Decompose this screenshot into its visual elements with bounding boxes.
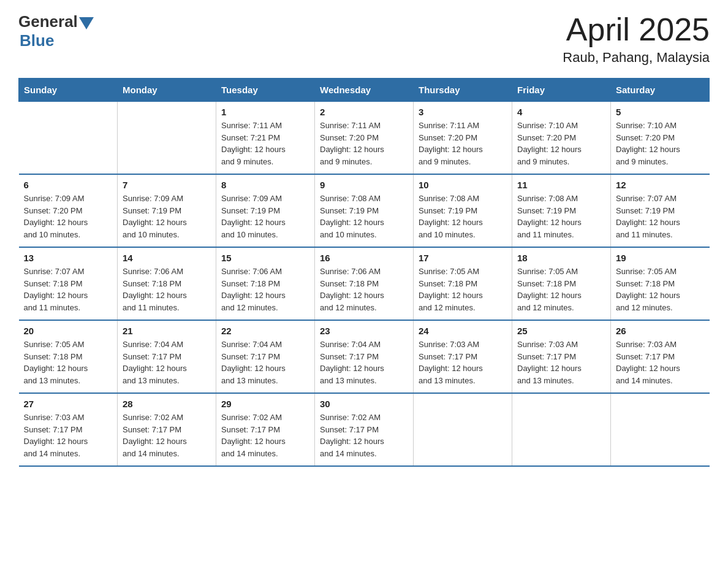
day-number: 4 xyxy=(517,107,605,117)
calendar-cell: 17Sunrise: 7:05 AMSunset: 7:18 PMDayligh… xyxy=(414,247,512,320)
day-number: 16 xyxy=(320,253,408,263)
day-number: 12 xyxy=(616,180,705,190)
day-number: 28 xyxy=(123,399,211,409)
day-number: 15 xyxy=(221,253,309,263)
day-info: Sunrise: 7:08 AMSunset: 7:19 PMDaylight:… xyxy=(320,193,408,240)
day-info: Sunrise: 7:05 AMSunset: 7:18 PMDaylight:… xyxy=(24,339,113,386)
calendar-cell: 9Sunrise: 7:08 AMSunset: 7:19 PMDaylight… xyxy=(315,174,414,247)
day-info: Sunrise: 7:08 AMSunset: 7:19 PMDaylight:… xyxy=(419,193,507,240)
calendar-week-row: 27Sunrise: 7:03 AMSunset: 7:17 PMDayligh… xyxy=(19,393,710,466)
day-number: 21 xyxy=(123,326,211,336)
day-info: Sunrise: 7:11 AMSunset: 7:20 PMDaylight:… xyxy=(419,120,507,167)
day-number: 1 xyxy=(221,107,309,117)
calendar-week-row: 6Sunrise: 7:09 AMSunset: 7:20 PMDaylight… xyxy=(19,174,710,247)
day-info: Sunrise: 7:02 AMSunset: 7:17 PMDaylight:… xyxy=(221,412,309,459)
day-number: 14 xyxy=(123,253,211,263)
header-friday: Friday xyxy=(512,79,611,102)
header-saturday: Saturday xyxy=(611,79,710,102)
calendar-week-row: 1Sunrise: 7:11 AMSunset: 7:21 PMDaylight… xyxy=(19,102,710,175)
day-number: 3 xyxy=(419,107,507,117)
day-number: 20 xyxy=(24,326,113,336)
calendar-cell: 2Sunrise: 7:11 AMSunset: 7:20 PMDaylight… xyxy=(315,102,414,175)
logo-blue-text: Blue xyxy=(20,31,54,50)
day-number: 13 xyxy=(24,253,113,263)
day-info: Sunrise: 7:03 AMSunset: 7:17 PMDaylight:… xyxy=(616,339,705,386)
calendar-header: Sunday Monday Tuesday Wednesday Thursday… xyxy=(19,79,710,102)
day-number: 10 xyxy=(419,180,507,190)
calendar-cell xyxy=(118,102,216,175)
logo-general-text: General xyxy=(18,12,78,31)
calendar-cell: 14Sunrise: 7:06 AMSunset: 7:18 PMDayligh… xyxy=(118,247,216,320)
day-info: Sunrise: 7:04 AMSunset: 7:17 PMDaylight:… xyxy=(123,339,211,386)
calendar-cell: 10Sunrise: 7:08 AMSunset: 7:19 PMDayligh… xyxy=(414,174,512,247)
day-number: 23 xyxy=(320,326,408,336)
day-info: Sunrise: 7:07 AMSunset: 7:18 PMDaylight:… xyxy=(24,266,113,313)
day-number: 30 xyxy=(320,399,408,409)
day-info: Sunrise: 7:02 AMSunset: 7:17 PMDaylight:… xyxy=(123,412,211,459)
page-header: General Blue April 2025 Raub, Pahang, Ma… xyxy=(18,12,710,66)
calendar-cell: 16Sunrise: 7:06 AMSunset: 7:18 PMDayligh… xyxy=(315,247,414,320)
day-number: 17 xyxy=(419,253,507,263)
day-info: Sunrise: 7:08 AMSunset: 7:19 PMDaylight:… xyxy=(517,193,605,240)
calendar-cell: 5Sunrise: 7:10 AMSunset: 7:20 PMDaylight… xyxy=(611,102,710,175)
logo: General Blue xyxy=(18,12,94,50)
calendar-cell: 12Sunrise: 7:07 AMSunset: 7:19 PMDayligh… xyxy=(611,174,710,247)
calendar-week-row: 13Sunrise: 7:07 AMSunset: 7:18 PMDayligh… xyxy=(19,247,710,320)
day-info: Sunrise: 7:09 AMSunset: 7:19 PMDaylight:… xyxy=(123,193,211,240)
calendar-cell xyxy=(19,102,118,175)
header-thursday: Thursday xyxy=(414,79,512,102)
header-tuesday: Tuesday xyxy=(216,79,315,102)
day-info: Sunrise: 7:03 AMSunset: 7:17 PMDaylight:… xyxy=(24,412,113,459)
day-info: Sunrise: 7:10 AMSunset: 7:20 PMDaylight:… xyxy=(517,120,605,167)
calendar-cell: 13Sunrise: 7:07 AMSunset: 7:18 PMDayligh… xyxy=(19,247,118,320)
day-number: 25 xyxy=(517,326,605,336)
day-info: Sunrise: 7:06 AMSunset: 7:18 PMDaylight:… xyxy=(320,266,408,313)
calendar-cell: 3Sunrise: 7:11 AMSunset: 7:20 PMDaylight… xyxy=(414,102,512,175)
calendar-cell: 8Sunrise: 7:09 AMSunset: 7:19 PMDaylight… xyxy=(216,174,315,247)
title-section: April 2025 Raub, Pahang, Malaysia xyxy=(563,12,710,66)
day-number: 19 xyxy=(616,253,705,263)
calendar-cell: 18Sunrise: 7:05 AMSunset: 7:18 PMDayligh… xyxy=(512,247,611,320)
day-info: Sunrise: 7:06 AMSunset: 7:18 PMDaylight:… xyxy=(221,266,309,313)
day-number: 26 xyxy=(616,326,705,336)
header-wednesday: Wednesday xyxy=(315,79,414,102)
calendar-cell: 29Sunrise: 7:02 AMSunset: 7:17 PMDayligh… xyxy=(216,393,315,466)
calendar-cell: 30Sunrise: 7:02 AMSunset: 7:17 PMDayligh… xyxy=(315,393,414,466)
day-number: 2 xyxy=(320,107,408,117)
day-number: 11 xyxy=(517,180,605,190)
day-info: Sunrise: 7:03 AMSunset: 7:17 PMDaylight:… xyxy=(517,339,605,386)
calendar-body: 1Sunrise: 7:11 AMSunset: 7:21 PMDaylight… xyxy=(19,102,710,467)
calendar-cell: 11Sunrise: 7:08 AMSunset: 7:19 PMDayligh… xyxy=(512,174,611,247)
day-info: Sunrise: 7:09 AMSunset: 7:20 PMDaylight:… xyxy=(24,193,113,240)
day-number: 24 xyxy=(419,326,507,336)
day-info: Sunrise: 7:05 AMSunset: 7:18 PMDaylight:… xyxy=(517,266,605,313)
calendar-cell xyxy=(414,393,512,466)
calendar-cell: 26Sunrise: 7:03 AMSunset: 7:17 PMDayligh… xyxy=(611,320,710,393)
day-number: 9 xyxy=(320,180,408,190)
day-info: Sunrise: 7:11 AMSunset: 7:20 PMDaylight:… xyxy=(320,120,408,167)
calendar-cell xyxy=(512,393,611,466)
calendar-cell: 21Sunrise: 7:04 AMSunset: 7:17 PMDayligh… xyxy=(118,320,216,393)
day-number: 27 xyxy=(24,399,113,409)
day-number: 8 xyxy=(221,180,309,190)
day-info: Sunrise: 7:07 AMSunset: 7:19 PMDaylight:… xyxy=(616,193,705,240)
logo-triangle-icon xyxy=(79,17,94,29)
day-number: 6 xyxy=(24,180,113,190)
calendar-cell: 19Sunrise: 7:05 AMSunset: 7:18 PMDayligh… xyxy=(611,247,710,320)
calendar-cell: 6Sunrise: 7:09 AMSunset: 7:20 PMDaylight… xyxy=(19,174,118,247)
calendar-week-row: 20Sunrise: 7:05 AMSunset: 7:18 PMDayligh… xyxy=(19,320,710,393)
calendar-cell: 4Sunrise: 7:10 AMSunset: 7:20 PMDaylight… xyxy=(512,102,611,175)
calendar-cell: 23Sunrise: 7:04 AMSunset: 7:17 PMDayligh… xyxy=(315,320,414,393)
calendar-cell: 25Sunrise: 7:03 AMSunset: 7:17 PMDayligh… xyxy=(512,320,611,393)
calendar-cell xyxy=(611,393,710,466)
calendar-cell: 22Sunrise: 7:04 AMSunset: 7:17 PMDayligh… xyxy=(216,320,315,393)
day-number: 29 xyxy=(221,399,309,409)
calendar-cell: 15Sunrise: 7:06 AMSunset: 7:18 PMDayligh… xyxy=(216,247,315,320)
day-info: Sunrise: 7:06 AMSunset: 7:18 PMDaylight:… xyxy=(123,266,211,313)
day-info: Sunrise: 7:11 AMSunset: 7:21 PMDaylight:… xyxy=(221,120,309,167)
day-number: 7 xyxy=(123,180,211,190)
day-number: 18 xyxy=(517,253,605,263)
calendar-cell: 7Sunrise: 7:09 AMSunset: 7:19 PMDaylight… xyxy=(118,174,216,247)
day-info: Sunrise: 7:03 AMSunset: 7:17 PMDaylight:… xyxy=(419,339,507,386)
calendar-cell: 24Sunrise: 7:03 AMSunset: 7:17 PMDayligh… xyxy=(414,320,512,393)
